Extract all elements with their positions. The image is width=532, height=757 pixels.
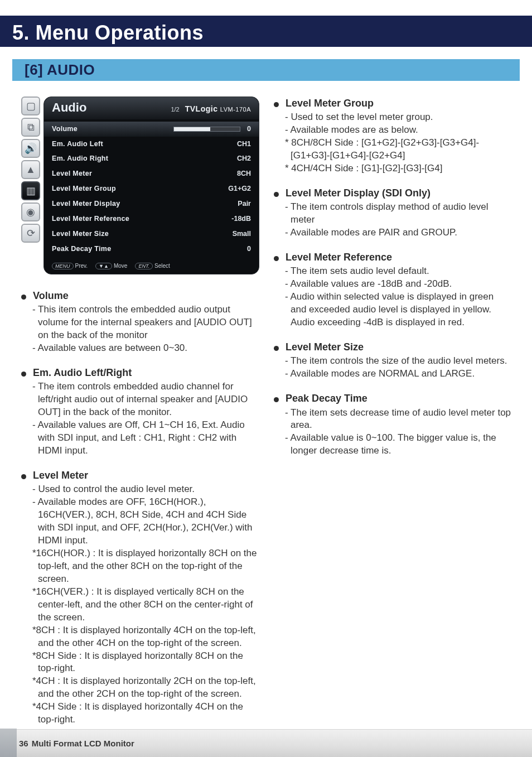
osd-row-label: Level Meter Size: [52, 229, 233, 239]
setting-line: - This item controls the embedded audio …: [32, 303, 259, 342]
model-text: LVM-170A: [220, 106, 251, 113]
osd-footer: MENUPrev. ▼▲Move ENT.Select: [44, 259, 259, 274]
bullet-icon: [274, 102, 279, 107]
setting-line: - The item sets decrease time of audio l…: [285, 407, 512, 432]
osd-row-value: -18dB: [231, 214, 251, 224]
osd-menu-row: Level Meter DisplayPair: [44, 196, 259, 211]
osd-row-label: Volume: [52, 124, 173, 134]
setting-title: Level Meter Reference: [274, 250, 512, 264]
osd-row-label: Level Meter Group: [52, 184, 228, 194]
osd-menu-row: Level Meter8CH: [44, 166, 259, 181]
osd-sidebar: ▢ ⧉ 🔊 ▲ ▥ ◉ ⟳: [21, 97, 40, 274]
osd-header: Audio 1/2 TVLogic LVM-170A: [44, 97, 259, 119]
setting-line: *16CH(VER.) : It is displayed vertically…: [32, 586, 259, 624]
osd-row-value: Pair: [238, 199, 251, 209]
page-footer: 36 Multi Format LCD Monitor: [0, 729, 532, 757]
osd-brand: TVLogic LVM-170A: [185, 104, 251, 114]
setting-line: - The item controls the size of the audi…: [285, 355, 512, 368]
setting-line: - Available value is 0~100. The bigger v…: [285, 432, 512, 457]
setting-body: - Used to set the level meter group.- Av…: [274, 111, 512, 175]
setting-line: - Available modes are PAIR and GROUP.: [285, 226, 512, 239]
left-column: ▢ ⧉ 🔊 ▲ ▥ ◉ ⟳ Audio 1/2 TVLogic LVM-170A…: [21, 97, 259, 737]
sidebar-icon: ▢: [21, 97, 40, 115]
setting-line: - Available modes are OFF, 16CH(HOR.), 1…: [32, 496, 259, 547]
osd-rows: Volume0Em. Audio LeftCH1Em. Audio RightC…: [44, 119, 259, 259]
osd-foot-select: ENT.Select: [135, 262, 170, 270]
setting-item: Peak Decay Time- The item sets decrease …: [274, 392, 512, 457]
setting-title: Peak Decay Time: [274, 392, 512, 405]
setting-line: * 8CH/8CH Side : [G1+G2]-[G2+G3]-[G3+G4]…: [285, 137, 512, 162]
setting-title: Level Meter Size: [274, 340, 512, 354]
bullet-icon: [274, 256, 279, 261]
osd-row-value: 0: [247, 244, 251, 254]
setting-title: Em. Audio Left/Right: [21, 366, 259, 379]
osd-row-label: Peak Decay Time: [52, 244, 247, 254]
osd-row-value: CH2: [237, 154, 251, 163]
setting-title: Level Meter: [21, 469, 259, 482]
sidebar-icon: ▥: [21, 181, 40, 200]
right-column: Level Meter Group- Used to set the level…: [274, 97, 512, 737]
osd-foot-move: ▼▲Move: [95, 262, 127, 270]
setting-line: - Used to set the level meter group.: [285, 111, 512, 124]
setting-item: Level Meter Display (SDI Only)- The item…: [274, 186, 512, 239]
osd-foot-menu: MENUPrev.: [52, 262, 88, 270]
osd-row-value: Small: [233, 229, 251, 239]
setting-item: Volume- This item controls the embedded …: [21, 289, 259, 355]
setting-line: - Available modes are as below.: [285, 124, 512, 137]
osd-panel: Audio 1/2 TVLogic LVM-170A Volume0Em. Au…: [43, 97, 259, 274]
setting-line: - Used to control the audio level meter.: [32, 483, 259, 496]
sidebar-icon: 🔊: [21, 139, 40, 158]
osd-menu-row: Level Meter GroupG1+G2: [44, 181, 259, 196]
chapter-title: 5. Menu Operations: [0, 16, 532, 47]
setting-item: Level Meter Group- Used to set the level…: [274, 97, 512, 175]
osd-screenshot: ▢ ⧉ 🔊 ▲ ▥ ◉ ⟳ Audio 1/2 TVLogic LVM-170A…: [21, 97, 259, 274]
sidebar-icon: ⧉: [21, 118, 40, 137]
setting-title: Volume: [21, 289, 259, 302]
setting-line: - Audio within selected value is display…: [285, 291, 512, 329]
setting-line: *4CH Side : It is displayed horizontally…: [32, 701, 259, 726]
osd-menu-row: Volume0: [44, 122, 259, 137]
setting-item: Level Meter- Used to control the audio l…: [21, 469, 259, 726]
setting-body: - This item controls the embedded audio …: [21, 303, 259, 355]
sidebar-icon: ⟳: [21, 224, 40, 243]
osd-row-value: 8CH: [237, 169, 251, 179]
osd-menu-row: Em. Audio LeftCH1: [44, 137, 259, 152]
osd-row-value: CH1: [237, 139, 251, 149]
bullet-icon: [274, 346, 279, 351]
setting-body: - Used to control the audio level meter.…: [21, 483, 259, 726]
osd-row-label: Em. Audio Left: [52, 139, 237, 149]
setting-body: - The item controls display method of au…: [274, 201, 512, 239]
setting-body: - The item controls the size of the audi…: [274, 355, 512, 380]
brand-text: TVLogic: [185, 104, 218, 113]
setting-title: Level Meter Display (SDI Only): [274, 186, 512, 200]
bullet-icon: [21, 372, 26, 377]
setting-line: *4CH : It is displayed horizontally 2CH …: [32, 675, 259, 701]
setting-line: - Available values are -18dB and -20dB.: [285, 278, 512, 291]
setting-line: *16CH(HOR.) : It is displayed horizontal…: [32, 547, 259, 586]
setting-item: Level Meter Size- The item controls the …: [274, 340, 512, 380]
page-number: 36: [19, 739, 28, 748]
osd-row-label: Level Meter Reference: [52, 214, 231, 224]
volume-bar: [173, 127, 240, 132]
setting-line: - Available values are Off, CH 1~CH 16, …: [32, 419, 259, 457]
osd-title: Audio: [52, 99, 171, 116]
setting-line: - The item controls display method of au…: [285, 201, 512, 226]
setting-line: *8CH : It is displayed horizontally 4CH …: [32, 624, 259, 650]
osd-menu-row: Peak Decay Time0: [44, 242, 259, 257]
sidebar-icon: ◉: [21, 202, 40, 221]
osd-row-label: Level Meter: [52, 169, 237, 179]
osd-page-indicator: 1/2: [171, 105, 179, 114]
page-body: ▢ ⧉ 🔊 ▲ ▥ ◉ ⟳ Audio 1/2 TVLogic LVM-170A…: [0, 81, 532, 737]
osd-menu-row: Em. Audio RightCH2: [44, 151, 259, 166]
setting-line: *8CH Side : It is displayed horizontally…: [32, 650, 259, 676]
setting-item: Em. Audio Left/Right- The item controls …: [21, 366, 259, 457]
setting-line: - The item controls embedded audio chann…: [32, 380, 259, 419]
setting-body: - The item controls embedded audio chann…: [21, 380, 259, 457]
osd-row-label: Level Meter Display: [52, 199, 238, 209]
setting-line: - The item sets audio level default.: [285, 265, 512, 278]
setting-item: Level Meter Reference- The item sets aud…: [274, 250, 512, 329]
sidebar-icon: ▲: [21, 160, 40, 179]
footer-title: Multi Format LCD Monitor: [32, 739, 134, 748]
osd-row-value: G1+G2: [228, 184, 251, 194]
bullet-icon: [274, 397, 279, 402]
